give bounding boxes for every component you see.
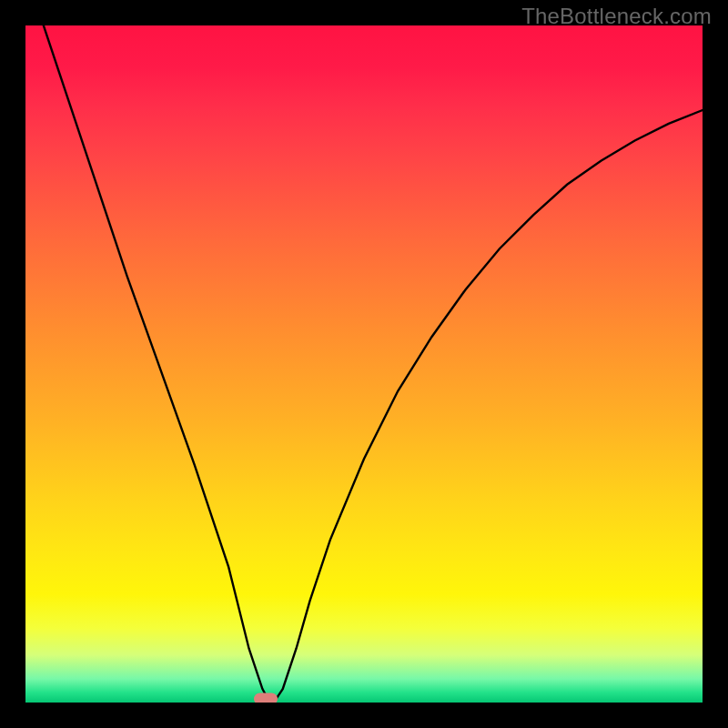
bottleneck-curve xyxy=(25,25,703,703)
chart-frame: TheBottleneck.com xyxy=(0,0,728,728)
plot-area xyxy=(25,25,703,703)
watermark-text: TheBottleneck.com xyxy=(521,4,712,29)
optimal-marker xyxy=(254,693,278,703)
